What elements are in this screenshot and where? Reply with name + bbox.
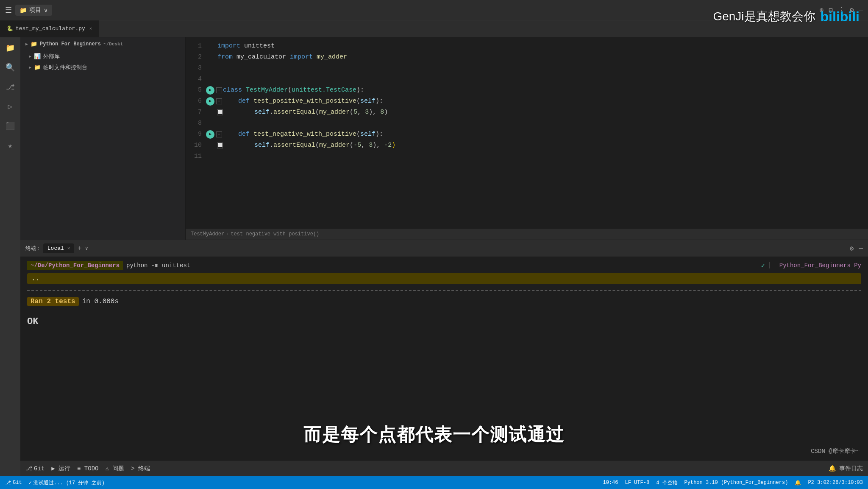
- tab-test-calculator[interactable]: 🐍 test_my_calculator.py ×: [0, 20, 99, 37]
- search-icon[interactable]: 🔍: [4, 61, 17, 74]
- external-libs-icon: 📊: [34, 53, 41, 60]
- status-spaces[interactable]: 4 个空格: [656, 479, 677, 486]
- issues-icon: ⚠ 问题: [105, 465, 124, 472]
- project-label: 项目: [29, 6, 41, 14]
- run-method2-button[interactable]: ▶: [206, 130, 214, 139]
- fold-method1-button[interactable]: −: [216, 98, 222, 104]
- status-bar-left: ⎇ Git ✓ 测试通过... (17 分钟 之前): [5, 479, 105, 486]
- ran-rest: in 0.000s: [82, 298, 119, 305]
- line-num-10: 10: [186, 140, 202, 151]
- fold-line10-button[interactable]: ⬜: [217, 143, 223, 148]
- terminal-header: 终端: Local × + ∨ ⚙ —: [20, 240, 868, 257]
- code-line-11: [206, 151, 868, 162]
- terminal-tab-close-button[interactable]: ×: [67, 246, 70, 251]
- line-num-8: 8: [186, 118, 202, 129]
- todo-toolbar-btn[interactable]: ≡ TODO: [77, 465, 98, 472]
- subtitle-overlay: 而是每个点都代表一个测试通过: [0, 423, 868, 447]
- chevron-down-icon: ∨: [44, 7, 48, 14]
- code-line-1: import unittest: [206, 41, 868, 52]
- terminal-add-button[interactable]: +: [78, 245, 82, 252]
- status-python-version[interactable]: Python 3.10 (Python_For_Beginners): [684, 480, 788, 486]
- external-libs-label: 外部库: [43, 53, 60, 60]
- project-button[interactable]: 📁 项目 ∨: [15, 5, 52, 16]
- line-numbers: 1 2 3 4 5 6 7 8 9 10 11: [186, 37, 206, 228]
- bottom-toolbar: ⎇ Git ▶ 运行 ≡ TODO ⚠ 问题 > 终端 🔔 事件日志: [20, 460, 868, 476]
- terminal-settings-icon[interactable]: ⚙: [850, 244, 854, 253]
- terminal-separator: |: [768, 262, 772, 269]
- terminal-ok: OK: [27, 316, 861, 327]
- eventlog-toolbar-btn[interactable]: 🔔 事件日志: [829, 465, 863, 472]
- status-line-col-text: P2 3:02:26/3:10:03: [808, 480, 863, 486]
- top-bar-left: ☰ 📁 项目 ∨: [5, 5, 815, 16]
- fold-method2-button[interactable]: −: [216, 131, 222, 137]
- run-toolbar-btn[interactable]: ▶ 运行: [51, 465, 70, 472]
- git-toolbar-btn[interactable]: ⎇ Git: [25, 465, 45, 472]
- project-path: ~/Deskt: [103, 42, 123, 47]
- code-line-7: ⬜ self . assertEqual ( my_adder ( 5 , 3 …: [206, 107, 868, 118]
- ran-highlight: Ran 2 tests: [27, 297, 79, 306]
- hamburger-icon[interactable]: ☰: [5, 6, 12, 15]
- run-icon: ▶ 运行: [51, 465, 70, 472]
- sidebar-icons: 📁 🔍 ⎇ ▷ ⬛ ★: [0, 37, 20, 476]
- terminal-tabs: 终端: Local × + ∨: [25, 243, 88, 253]
- fold-class-button[interactable]: −: [216, 87, 222, 93]
- status-test-text: 测试通过... (17 分钟 之前): [33, 479, 105, 486]
- git-icon: ⎇: [25, 465, 32, 472]
- terminal-header-right: ⚙ —: [850, 244, 863, 253]
- csdn-text: CSDN @摩卡摩卡~: [811, 448, 860, 455]
- tab-close-button[interactable]: ×: [89, 26, 92, 31]
- fold-line7-button[interactable]: ⬜: [217, 109, 223, 115]
- run-class-button[interactable]: ▶: [206, 86, 214, 95]
- line-num-6: 6: [186, 96, 202, 107]
- explorer-icon[interactable]: 📁: [4, 42, 17, 54]
- terminal-check-icon: ✓: [761, 261, 765, 270]
- project-folder-icon: 📁: [31, 41, 37, 48]
- status-time-text: 10:46: [603, 480, 618, 486]
- terminal-env: Python_For_Beginners Py: [779, 262, 861, 269]
- terminal-tab-local[interactable]: Local ×: [43, 243, 74, 253]
- code-line-5: ▶ − class TestMyAdder ( unittest.TestCas…: [206, 85, 868, 96]
- line-num-3: 3: [186, 63, 202, 74]
- line-num-11: 11: [186, 151, 202, 162]
- project-collapse-icon[interactable]: ▶: [25, 42, 28, 47]
- git-icon[interactable]: ⎇: [4, 81, 17, 93]
- status-line-col: P2 3:02:26/3:10:03: [808, 480, 863, 486]
- folder-icon: 📁: [19, 7, 27, 14]
- code-line-4: [206, 74, 868, 85]
- code-line-2: from my_calculator import my_adder: [206, 52, 868, 63]
- terminal-toolbar-btn[interactable]: > 终端: [131, 465, 150, 472]
- code-container: 1 2 3 4 5 6 7 8 9 10 11 import unittest …: [186, 37, 868, 228]
- terminal-icon: > 终端: [131, 465, 150, 472]
- run-method1-button[interactable]: ▶: [206, 97, 214, 106]
- line-num-1: 1: [186, 41, 202, 52]
- python-file-icon: 🐍: [7, 25, 13, 32]
- terminal-dashes: [27, 290, 861, 291]
- extensions-icon[interactable]: ⬛: [4, 120, 17, 132]
- todo-icon: ≡ TODO: [77, 465, 98, 472]
- code-line-6: ▶ − def test_positive_with_positive ( se…: [206, 96, 868, 107]
- status-git-text: Git: [13, 480, 22, 486]
- code-line-10: ⬜ self . assertEqual ( my_adder ( -5 , 3…: [206, 140, 868, 151]
- watermark-top-right: GenJi是真想教会你 bilibili: [713, 8, 860, 25]
- terminal-close-button[interactable]: —: [859, 245, 863, 252]
- status-test-icon: ✓: [29, 480, 32, 486]
- terminal-dropdown-button[interactable]: ∨: [85, 245, 88, 251]
- status-encoding[interactable]: LF UTF-8: [625, 480, 650, 486]
- status-git-item[interactable]: ⎇ Git: [5, 480, 22, 486]
- status-test-item[interactable]: ✓ 测试通过... (17 分钟 之前): [29, 479, 105, 486]
- status-bar-right: 10:46 LF UTF-8 4 个空格 Python 3.10 (Python…: [603, 479, 863, 486]
- status-bell[interactable]: 🔔: [795, 480, 801, 486]
- status-time: 10:46: [603, 480, 618, 486]
- sidebar-item-temp-files[interactable]: ▶ 📁 临时文件和控制台: [20, 62, 185, 73]
- star-icon[interactable]: ★: [6, 139, 14, 152]
- terminal-label: 终端:: [25, 245, 40, 252]
- editor-area: 1 2 3 4 5 6 7 8 9 10 11 import unittest …: [186, 37, 868, 228]
- breadcrumb-sep: ›: [226, 231, 229, 237]
- debug-icon[interactable]: ▷: [6, 100, 14, 113]
- status-bell-icon: 🔔: [795, 480, 801, 486]
- temp-files-icon: 📁: [34, 64, 41, 71]
- breadcrumb-bar: TestMyAdder › test_negative_with_positiv…: [186, 228, 868, 240]
- terminal-prompt-line: ~/De/Python_For_Beginners python -m unit…: [27, 261, 861, 270]
- sidebar-item-external-libs[interactable]: ▶ 📊 外部库: [20, 51, 185, 62]
- issues-toolbar-btn[interactable]: ⚠ 问题: [105, 465, 124, 472]
